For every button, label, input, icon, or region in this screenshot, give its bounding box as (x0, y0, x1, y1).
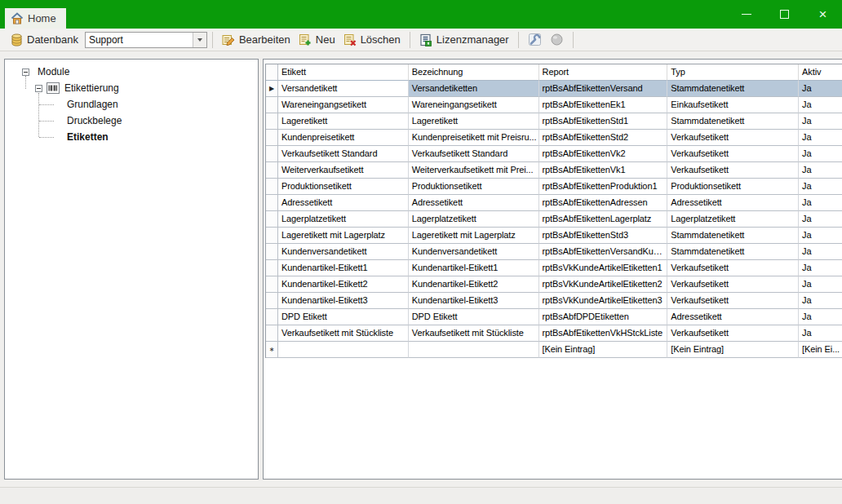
cell-aktiv[interactable]: Ja (799, 81, 842, 97)
row-header[interactable] (266, 195, 278, 211)
row-marker-icon[interactable]: ∗ (266, 342, 278, 358)
cell-report[interactable]: rptBsAbfEtikettenVersandKun... (539, 244, 668, 260)
cell-report[interactable]: rptBsAbfEtikettenVk1 (539, 162, 668, 179)
cell-aktiv[interactable]: Ja (799, 228, 842, 244)
cell-etikett[interactable]: Verkaufsetikett Standard (278, 146, 409, 162)
cell-bezeichnung[interactable]: Verkaufsetikett mit Stückliste (409, 325, 539, 342)
datenbank-dropdown-button[interactable] (193, 33, 206, 47)
collapse-icon[interactable] (22, 69, 29, 76)
cell-report[interactable]: rptBsVkKundeArtikelEtiketten1 (539, 260, 668, 276)
cell-etikett[interactable]: Weiterverkaufsetikett (278, 162, 409, 179)
row-header[interactable] (266, 244, 278, 260)
cell-typ[interactable]: Adressetikett (667, 195, 799, 211)
row-header[interactable] (266, 97, 278, 113)
cell-aktiv[interactable]: Ja (799, 113, 842, 130)
column-header-typ[interactable]: Typ (667, 64, 799, 81)
cell-etikett[interactable]: Kundenversandetikett (278, 244, 409, 260)
column-header-aktiv[interactable]: Aktiv (799, 64, 842, 81)
cell-typ[interactable]: Adressetikett (667, 309, 799, 325)
cell-typ[interactable]: Verkaufsetikett (667, 325, 799, 342)
cell-typ[interactable]: Stammdatenetikett (667, 81, 799, 97)
cell-report[interactable]: rptBsAbfEtikettenVersand (539, 81, 668, 97)
settings-button[interactable] (524, 30, 546, 49)
cell-typ[interactable]: Verkaufsetikett (667, 276, 799, 293)
column-header-etikett[interactable]: Etikett (278, 64, 409, 81)
cell-aktiv[interactable]: Ja (799, 293, 842, 309)
cell-report[interactable]: rptBsAbfEtikettenStd3 (539, 228, 668, 244)
cell-typ[interactable]: Produktionsetikett (667, 179, 799, 195)
neu-button[interactable]: Neu (295, 31, 339, 49)
cell-typ[interactable]: Stammdatenetikett (667, 113, 799, 130)
tree-item-module[interactable]: Module (5, 64, 258, 80)
new-row-cell-etikett[interactable] (278, 342, 409, 358)
cell-report[interactable]: rptBsAbfEtikettenVk2 (539, 146, 668, 162)
cell-etikett[interactable]: Kundenartikel-Etikett1 (278, 260, 409, 276)
cell-typ[interactable]: Stammdatenetikett (667, 244, 799, 260)
cell-aktiv[interactable]: Ja (799, 260, 842, 276)
cell-report[interactable]: rptBsAbfEtikettenLagerplatz (539, 211, 668, 228)
cell-bezeichnung[interactable]: Lageretikett mit Lagerplatz (409, 228, 539, 244)
cell-etikett[interactable]: Lageretikett mit Lagerplatz (278, 228, 409, 244)
maximize-button[interactable] (765, 2, 804, 27)
row-header[interactable] (266, 179, 278, 195)
cell-bezeichnung[interactable]: Adressetikett (409, 195, 539, 211)
new-row-cell-aktiv[interactable]: [Kein Ei... (799, 342, 842, 358)
tree-item-etikettierung[interactable]: Etikettierung (5, 80, 258, 96)
cell-etikett[interactable]: Versandetikett (278, 81, 409, 97)
cell-typ[interactable]: Verkaufsetikett (667, 130, 799, 146)
cell-bezeichnung[interactable]: Produktionsetikett (409, 179, 539, 195)
cell-aktiv[interactable]: Ja (799, 211, 842, 228)
cell-aktiv[interactable]: Ja (799, 146, 842, 162)
row-header[interactable] (266, 276, 278, 293)
cell-etikett[interactable]: Kundenartikel-Etikett3 (278, 293, 409, 309)
lizenzmanager-button[interactable]: Lizenzmanager (415, 31, 513, 49)
cell-report[interactable]: rptBsAbfDPDEtiketten (539, 309, 668, 325)
row-header[interactable] (266, 260, 278, 276)
new-row-cell-typ[interactable]: [Kein Eintrag] (667, 342, 799, 358)
cell-bezeichnung[interactable]: Verkaufsetikett Standard (409, 146, 539, 162)
cell-report[interactable]: rptBsVkKundeArtikelEtiketten3 (539, 293, 668, 309)
cell-etikett[interactable]: Verkaufsetikett mit Stückliste (278, 325, 409, 342)
collapse-icon[interactable] (35, 85, 42, 92)
cell-aktiv[interactable]: Ja (799, 276, 842, 293)
cell-typ[interactable]: Verkaufsetikett (667, 162, 799, 179)
row-header[interactable] (266, 293, 278, 309)
cell-typ[interactable]: Verkaufsetikett (667, 293, 799, 309)
loeschen-button[interactable]: Löschen (339, 31, 405, 49)
row-header[interactable] (266, 130, 278, 146)
cell-typ[interactable]: Einkaufsetikett (667, 97, 799, 113)
cell-bezeichnung[interactable]: Weiterverkaufsetikett mit Prei... (409, 162, 539, 179)
datenbank-combobox[interactable]: Support (85, 32, 207, 48)
row-header[interactable] (266, 309, 278, 325)
tree-item-etiketten[interactable]: Etiketten (5, 129, 258, 145)
tab-home[interactable]: Home (5, 8, 66, 29)
cell-bezeichnung[interactable]: Kundenartikel-Etikett1 (409, 260, 539, 276)
cell-etikett[interactable]: Kundenpreisetikett (278, 130, 409, 146)
bearbeiten-button[interactable]: Bearbeiten (218, 31, 295, 49)
help-button[interactable] (546, 30, 568, 49)
cell-aktiv[interactable]: Ja (799, 162, 842, 179)
cell-bezeichnung[interactable]: Lagerplatzetikett (409, 211, 539, 228)
tree-item-druckbelege[interactable]: Druckbelege (5, 113, 258, 129)
column-header-report[interactable]: Report (539, 64, 668, 81)
cell-report[interactable]: rptBsVkKundeArtikelEtiketten2 (539, 276, 668, 293)
cell-etikett[interactable]: Adressetikett (278, 195, 409, 211)
cell-bezeichnung[interactable]: Wareneingangsetikett (409, 97, 539, 113)
row-header[interactable] (266, 64, 278, 81)
cell-report[interactable]: rptBsAbfEtikettenStd2 (539, 130, 668, 146)
row-marker-icon[interactable]: ▶ (266, 81, 278, 97)
cell-report[interactable]: rptBsAbfEtikettenAdressen (539, 195, 668, 211)
cell-bezeichnung[interactable]: Kundenversandetikett (409, 244, 539, 260)
column-header-bezeichnung[interactable]: Bezeichnung (409, 64, 539, 81)
row-header[interactable] (266, 211, 278, 228)
cell-report[interactable]: rptBsAbfEtikettenEk1 (539, 97, 668, 113)
cell-bezeichnung[interactable]: DPD Etikett (409, 309, 539, 325)
cell-aktiv[interactable]: Ja (799, 130, 842, 146)
row-header[interactable] (266, 162, 278, 179)
cell-report[interactable]: rptBsAbfEtikettenVkHStckListe (539, 325, 668, 342)
cell-aktiv[interactable]: Ja (799, 195, 842, 211)
row-header[interactable] (266, 325, 278, 342)
cell-aktiv[interactable]: Ja (799, 97, 842, 113)
cell-etikett[interactable]: Produktionsetikett (278, 179, 409, 195)
cell-typ[interactable]: Stammdatenetikett (667, 228, 799, 244)
